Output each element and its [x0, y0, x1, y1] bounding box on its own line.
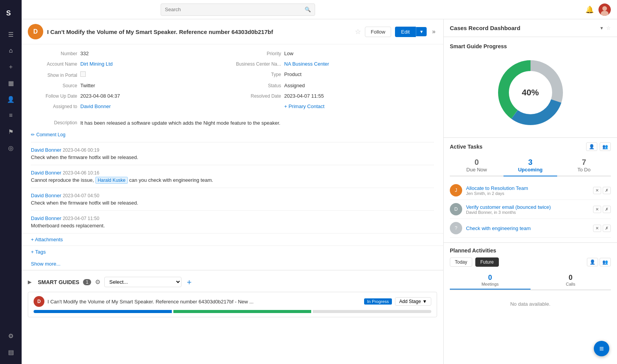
comment-text-3: Check when the firmware hotfix will be r… [31, 200, 434, 206]
meetings-label: Meetings [452, 282, 528, 286]
tab-due-now[interactable]: 0 Due Now [450, 155, 503, 176]
sidebar-filter-icon[interactable]: ≡ [4, 108, 18, 122]
comment-log-section: ✏ Comment Log David Bonner 2023-04-06 00… [22, 132, 443, 233]
app-logo[interactable]: S [0, 4, 22, 22]
business-center-value[interactable]: NA Business Center [284, 61, 329, 67]
task-complete-btn-1[interactable]: ✕ [593, 187, 601, 194]
account-name-value[interactable]: Dirt Mining Ltd [80, 61, 113, 67]
field-show-portal: Show in Portal [31, 71, 230, 78]
comment-entry-2: David Bonner 2023-04-06 10:16 Cannot rep… [31, 165, 434, 188]
to-do-count: 7 [560, 158, 608, 167]
meetings-number: 0 [452, 274, 528, 282]
comment-author-2[interactable]: David Bonner [31, 170, 61, 176]
smart-guide-item-title: I Can't Modify the Volume of My Smart Sp… [47, 299, 361, 305]
attachments-row: + Attachments [22, 233, 443, 245]
pa-tab-today[interactable]: Today [450, 257, 472, 267]
task-actions-2: ✕ ✗ [593, 206, 611, 213]
active-tasks-tabs: 0 Due Now 3 Upcoming 7 To Do [450, 155, 611, 176]
primary-contact-button[interactable]: + Primary Contact [284, 103, 324, 109]
mention-tag[interactable]: Harald Kuske [95, 177, 128, 184]
tab-upcoming[interactable]: 3 Upcoming [503, 155, 557, 176]
search-box[interactable]: 🔍 [161, 3, 315, 16]
sidebar-menu-icon[interactable]: ☰ [4, 27, 18, 41]
smart-guides-gear-icon[interactable]: ⚙ [95, 278, 100, 286]
task-edit-btn-2[interactable]: ✗ [603, 206, 611, 213]
donut-center-label: 40% [522, 88, 539, 98]
fab-button[interactable]: ≡ [594, 341, 609, 356]
status-value: Assigned [284, 83, 305, 88]
sidebar-reports-icon[interactable]: ▦ [4, 76, 18, 90]
right-panel-chevron-icon[interactable]: ▾ [600, 25, 603, 31]
due-now-label: Due Now [466, 167, 487, 173]
field-row-source-status: Source Twitter Status Assigned [31, 83, 434, 88]
task-complete-btn-2[interactable]: ✕ [593, 206, 601, 213]
comment-header-3: David Bonner 2023-04-07 04:50 [31, 193, 434, 198]
tab-to-do[interactable]: 7 To Do [557, 155, 611, 176]
sidebar-contacts-icon[interactable]: 👤 [4, 92, 18, 106]
active-tasks-people-icon[interactable]: 👥 [600, 142, 611, 151]
business-center-label: Business Center Na... [235, 61, 281, 67]
edit-button[interactable]: Edit [395, 27, 416, 37]
comment-author-3[interactable]: David Bonner [31, 193, 61, 198]
search-input[interactable] [165, 7, 305, 12]
show-portal-label: Show in Portal [31, 73, 77, 78]
task-actions-1: ✕ ✗ [593, 187, 611, 194]
comment-header-1: David Bonner 2023-04-06 00:19 [31, 147, 434, 153]
main-container: 🔍 🔔 D I Can't Modify the Volume of My Sm… [22, 0, 617, 364]
pa-meetings-count[interactable]: 0 Meetings [450, 271, 531, 290]
sidebar-home-icon[interactable]: ⌂ [4, 44, 18, 58]
smart-guides-collapse-icon[interactable]: ▶ [28, 279, 32, 285]
case-avatar: D [28, 24, 43, 39]
pa-person-icon[interactable]: 👤 [587, 258, 598, 266]
add-stage-button[interactable]: Add Stage ▼ [395, 297, 431, 306]
right-panel-star-icon[interactable]: ☆ [606, 25, 611, 31]
edit-button-group: Edit ▼ [395, 27, 427, 37]
case-title: I Can't Modify the Volume of My Smart Sp… [47, 29, 351, 35]
case-detail: D I Can't Modify the Volume of My Smart … [22, 19, 443, 364]
expand-button[interactable]: » [431, 27, 437, 37]
task-name-3[interactable]: Check with engineering team [466, 225, 589, 231]
field-row-assigned: Assigned to David Bonner + Primary Conta… [31, 103, 434, 109]
pa-calls-count[interactable]: 0 Calls [531, 271, 611, 290]
task-name-1[interactable]: Allocate to Resolution Team [466, 185, 589, 191]
star-icon[interactable]: ☆ [355, 27, 361, 36]
task-complete-btn-3[interactable]: ✕ [593, 225, 601, 232]
field-type: Type Product [235, 71, 434, 78]
sidebar-add-icon[interactable]: ＋ [4, 60, 18, 74]
sidebar-support-icon[interactable]: ◎ [4, 141, 18, 155]
comment-author-1[interactable]: David Bonner [31, 147, 61, 153]
pa-people-icon[interactable]: 👥 [600, 258, 611, 266]
comment-author-4[interactable]: David Bonner [31, 215, 61, 221]
active-tasks-title: Active Tasks [450, 144, 586, 150]
comment-log-toggle[interactable]: ✏ Comment Log [31, 132, 434, 137]
add-attachments-link[interactable]: + Attachments [31, 237, 63, 242]
task-edit-btn-3[interactable]: ✗ [603, 225, 611, 232]
field-row-portal-type: Show in Portal Type Product [31, 71, 434, 78]
add-tags-link[interactable]: + Tags [31, 249, 46, 255]
right-panel-title: Cases Record Dashboard [450, 25, 597, 31]
smart-guides-add-button[interactable]: ＋ [185, 277, 193, 287]
sidebar-flag-icon[interactable]: ⚑ [4, 125, 18, 139]
description-value: It has been released a software update w… [80, 120, 434, 126]
smart-guides-section: ▶ SMART GUIDES 1 ⚙ Select... ＋ D I Can't… [22, 270, 443, 327]
follow-up-value: 2023-04-08 04:37 [80, 93, 120, 99]
pa-tab-future[interactable]: Future [475, 257, 499, 267]
smart-guides-select[interactable]: Select... [104, 277, 181, 287]
active-tasks-person-icon[interactable]: 👤 [586, 142, 597, 151]
assigned-to-value[interactable]: David Bonner [80, 103, 111, 109]
show-more-link[interactable]: Show more... [31, 261, 61, 267]
notification-bell-icon[interactable]: 🔔 [585, 5, 594, 14]
pa-tab-icons: 👤 👥 [587, 258, 611, 266]
task-name-2[interactable]: Verify customer email (bounced twice) [466, 204, 589, 210]
follow-button[interactable]: Follow [365, 27, 391, 37]
task-edit-btn-1[interactable]: ✗ [603, 187, 611, 194]
field-follow-up: Follow Up Date 2023-04-08 04:37 [31, 93, 230, 99]
user-avatar[interactable] [598, 3, 611, 16]
sidebar-layers-icon[interactable]: ▤ [4, 345, 18, 359]
task-info-1: Allocate to Resolution Team Jen Smith, i… [466, 185, 589, 196]
show-portal-checkbox[interactable] [80, 71, 86, 78]
comment-text-4: Motherboard needs replacement. [31, 223, 434, 229]
type-label: Type [235, 72, 281, 77]
edit-dropdown-button[interactable]: ▼ [416, 27, 427, 36]
sidebar-settings-icon[interactable]: ⚙ [4, 329, 18, 343]
